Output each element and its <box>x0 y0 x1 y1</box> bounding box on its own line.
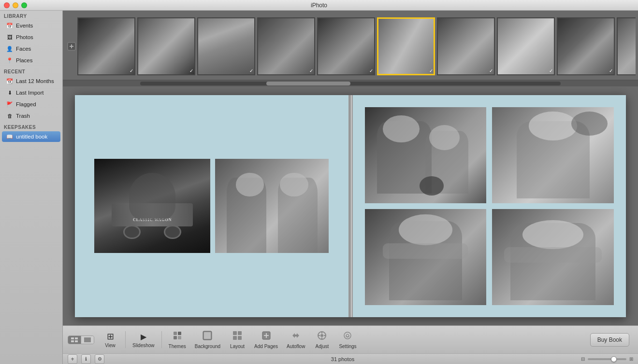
sidebar-item-photos[interactable]: Photos <box>2 32 60 42</box>
right-page-top-row <box>365 107 614 203</box>
add-pages-label: Add Pages <box>254 344 278 349</box>
zoom-out-icon: ⊟ <box>581 356 585 362</box>
view-toggle-group[interactable] <box>68 336 94 344</box>
zoom-slider[interactable] <box>588 358 626 360</box>
check-3: ✓ <box>249 68 253 73</box>
scrollbar-track[interactable] <box>140 82 561 85</box>
close-button[interactable] <box>4 2 10 8</box>
photos-label: Photos <box>16 34 33 40</box>
add-button[interactable]: + <box>68 354 77 364</box>
buy-book-button[interactable]: Buy Book <box>590 333 629 347</box>
photo-book: CLASSIC WAGON <box>75 95 626 317</box>
filmstrip-photos: ✓ ✓ ✓ <box>77 17 636 75</box>
add-to-book-icon <box>67 42 76 51</box>
two-girls-photo[interactable] <box>215 159 329 253</box>
settings-button[interactable]: Settings <box>335 329 360 351</box>
themes-icon <box>173 331 182 343</box>
film-thumb-5[interactable]: ✓ <box>317 17 375 75</box>
film-thumb-9[interactable]: ✓ <box>557 17 615 75</box>
scrollbar-thumb[interactable] <box>266 82 350 85</box>
recent-section-title: RECENT <box>0 66 62 75</box>
view-toggle-single[interactable] <box>81 336 94 344</box>
view-label: View <box>105 343 116 348</box>
book-left-page[interactable]: CLASSIC WAGON <box>75 95 350 317</box>
adjust-label: Adjust <box>315 344 329 349</box>
autoflow-label: Autoflow <box>287 344 305 349</box>
last12months-label: Last 12 Months <box>16 78 54 84</box>
maximize-button[interactable] <box>21 2 27 8</box>
view-toggle-grid[interactable] <box>68 336 81 344</box>
film-thumb-7[interactable]: ✓ <box>437 17 495 75</box>
content-area: ✓ ✓ ✓ <box>63 11 638 364</box>
girls-outdoors-photo[interactable] <box>365 107 487 203</box>
sidebar-item-trash[interactable]: Trash <box>2 111 60 121</box>
svg-rect-7 <box>84 337 91 342</box>
minimize-button[interactable] <box>13 2 18 8</box>
film-thumb-2[interactable]: ✓ <box>137 17 195 75</box>
background-icon <box>203 331 212 343</box>
film-thumb-10[interactable]: ✓ <box>617 17 636 75</box>
add-pages-button[interactable]: Add Pages <box>250 329 282 351</box>
autoflow-icon <box>291 331 301 343</box>
zoom-in-icon: ⊞ <box>629 356 633 362</box>
toolbar: ⊞ View Slideshow Themes <box>63 325 638 353</box>
sidebar-item-faces[interactable]: Faces <box>2 43 60 54</box>
add-pages-icon <box>261 331 271 343</box>
layout-button[interactable]: Layout <box>225 329 249 351</box>
action-button[interactable]: ⚙ <box>95 354 104 364</box>
dog-wagon-photo[interactable]: CLASSIC WAGON <box>94 159 210 253</box>
sidebar-item-last12months[interactable]: Last 12 Months <box>2 76 60 86</box>
status-bar: + ℹ ⚙ 31 photos ⊟ ⊞ <box>63 353 638 364</box>
sidebar-item-lastimport[interactable]: Last Import <box>2 87 60 98</box>
window-controls[interactable] <box>4 2 27 8</box>
film-thumb-3[interactable]: ✓ <box>197 17 255 75</box>
right-page-bottom-row <box>365 209 614 305</box>
settings-label: Settings <box>339 344 356 349</box>
girl-chin2-photo[interactable] <box>492 209 614 305</box>
themes-label: Themes <box>169 344 186 349</box>
layout-label: Layout <box>230 344 245 349</box>
status-right: ⊟ ⊞ <box>581 356 633 362</box>
svg-rect-13 <box>204 332 211 339</box>
sidebar-item-untitledbook[interactable]: untitled book <box>2 131 60 142</box>
svg-rect-8 <box>174 332 177 335</box>
svg-rect-15 <box>238 331 242 335</box>
autoflow-button[interactable]: Autoflow <box>283 329 309 351</box>
check-6: ✓ <box>429 68 433 73</box>
events-label: Events <box>16 23 33 28</box>
svg-point-24 <box>347 335 348 336</box>
lastimport-label: Last Import <box>16 90 44 96</box>
film-thumb-4[interactable]: ✓ <box>257 17 315 75</box>
zoom-thumb[interactable] <box>611 356 617 362</box>
filmstrip[interactable]: ✓ ✓ ✓ <box>63 11 638 81</box>
girl-chin1-photo[interactable] <box>365 209 487 305</box>
svg-rect-3 <box>71 337 74 339</box>
sidebar-item-flagged[interactable]: Flagged <box>2 99 60 110</box>
svg-rect-10 <box>174 336 177 339</box>
main-layout: LIBRARY Events Photos Faces Places RECEN… <box>0 11 638 364</box>
sidebar-item-events[interactable]: Events <box>2 20 60 31</box>
book-right-page[interactable] <box>353 95 626 317</box>
adjust-button[interactable]: Adjust <box>310 329 334 351</box>
background-button[interactable]: Background <box>191 329 224 351</box>
import-icon <box>6 89 14 97</box>
film-thumb-6[interactable]: ✓ <box>377 17 435 75</box>
film-thumb-8[interactable]: ✓ <box>497 17 555 75</box>
themes-button[interactable]: Themes <box>165 329 190 351</box>
check-1: ✓ <box>130 68 133 73</box>
svg-rect-9 <box>178 332 181 335</box>
filmstrip-add-icon[interactable] <box>65 15 77 78</box>
slideshow-button[interactable]: Slideshow <box>129 330 159 350</box>
girl-mushroom-photo[interactable] <box>492 107 614 203</box>
book-icon <box>6 133 14 140</box>
sidebar-item-places[interactable]: Places <box>2 55 60 66</box>
film-thumb-1[interactable]: ✓ <box>77 17 135 75</box>
check-5: ✓ <box>369 68 373 73</box>
view-button[interactable]: ⊞ View <box>98 329 122 350</box>
toolbar-divider-1 <box>125 331 126 348</box>
background-label: Background <box>195 344 220 349</box>
info-button[interactable]: ℹ <box>81 354 91 364</box>
places-icon <box>6 56 14 64</box>
photo-count: 31 photos <box>331 356 354 362</box>
filmstrip-scrollbar[interactable] <box>63 81 638 86</box>
